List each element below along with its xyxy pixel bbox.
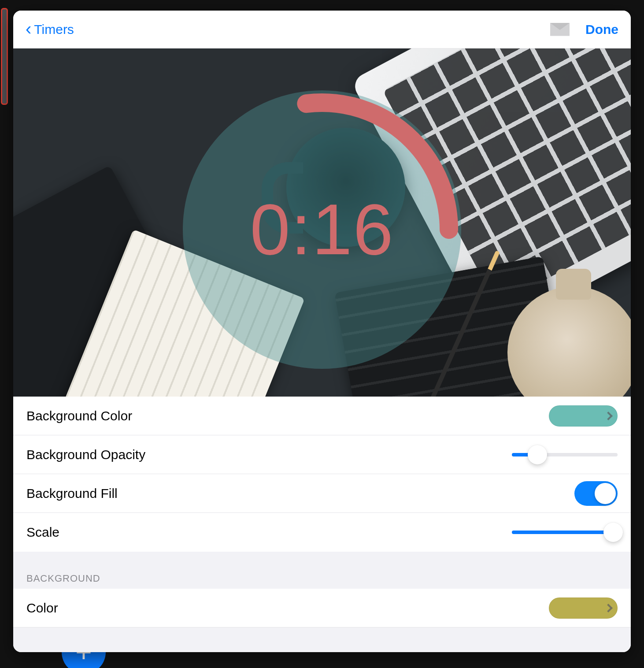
back-button[interactable]: ‹ Timers bbox=[26, 21, 74, 38]
row-label: Background Opacity bbox=[26, 447, 145, 462]
chevron-left-icon: ‹ bbox=[26, 20, 31, 37]
row-color[interactable]: Color bbox=[13, 589, 631, 627]
slider-scale[interactable] bbox=[512, 531, 618, 534]
section-header-background: BACKGROUND bbox=[13, 552, 631, 589]
mail-icon[interactable] bbox=[550, 23, 570, 36]
backdrop-selected-source bbox=[1, 8, 8, 105]
toggle-knob bbox=[595, 483, 616, 504]
color-swatch-color[interactable] bbox=[549, 597, 618, 619]
row-label: Background Color bbox=[26, 408, 132, 423]
timer-circle: 0:16 bbox=[183, 90, 461, 369]
toggle-background-fill[interactable] bbox=[574, 481, 618, 506]
color-swatch-bgcolor[interactable] bbox=[549, 405, 618, 427]
timer-display: 0:16 bbox=[250, 188, 394, 271]
row-background-fill: Background Fill bbox=[13, 474, 631, 513]
row-label: Scale bbox=[26, 525, 59, 540]
slider-background-opacity[interactable] bbox=[512, 453, 618, 456]
timer-preview: 0:16 bbox=[13, 48, 631, 397]
slider-thumb[interactable] bbox=[603, 523, 623, 542]
row-label: Background Fill bbox=[26, 486, 118, 501]
done-button[interactable]: Done bbox=[585, 22, 618, 37]
settings-list[interactable]: Background Color Background Opacity bbox=[13, 397, 631, 652]
back-label: Timers bbox=[34, 22, 74, 37]
modal-nav-bar: ‹ Timers Done bbox=[13, 11, 631, 48]
timer-settings-modal: ‹ Timers Done 0:16 bbox=[13, 11, 631, 652]
slider-thumb[interactable] bbox=[528, 445, 547, 464]
row-background-color[interactable]: Background Color bbox=[13, 397, 631, 435]
slider-fill bbox=[512, 531, 613, 534]
chevron-right-icon bbox=[604, 604, 613, 612]
row-background-opacity: Background Opacity bbox=[13, 435, 631, 474]
row-scale: Scale bbox=[13, 513, 631, 552]
chevron-right-icon bbox=[604, 412, 613, 420]
row-label: Color bbox=[26, 601, 58, 616]
